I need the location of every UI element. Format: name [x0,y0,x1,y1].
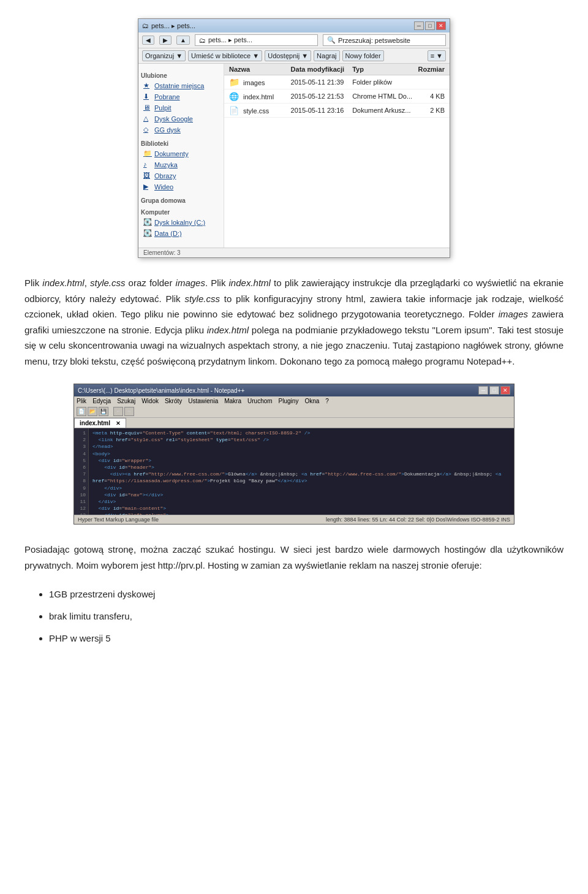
notepad-close[interactable]: ✕ [500,386,510,395]
article-paragraph-1: Plik index.html, style.css oraz folder i… [24,275,564,369]
maximize-button[interactable]: □ [425,21,435,30]
sidebar-item-downloads[interactable]: ⬇ Pobrane [141,91,221,102]
menu-uruchom[interactable]: Uruchom [247,398,273,404]
sidebar-item-video[interactable]: ▶ Wideo [141,181,221,192]
file-type: Chrome HTML Do... [352,93,414,100]
sidebar-item-label: Dysk Google [154,115,193,123]
desktop-icon: 🖥 [143,104,152,112]
sidebar-section-libraries: Biblioteki [141,140,221,147]
sidebar-item-desktop[interactable]: 🖥 Pulpit [141,102,221,113]
code-area[interactable]: <meta http-equiv="Content-Type" content=… [89,428,514,519]
notepad-statusbar: Hyper Text Markup Language file length: … [74,515,514,524]
sidebar-item-label: Muzyka [154,161,178,169]
sidebar-item-gg[interactable]: ◇ GG dysk [141,124,221,135]
searchbar[interactable]: 🔍 Przeszukaj: petswebsite [323,34,446,46]
music-icon: ♪ [143,161,152,169]
images-icon: 🖼 [143,172,152,180]
sidebar-item-label: Obrazy [154,172,176,180]
statusbar-left: Hyper Text Markup Language file [78,517,159,523]
col-header-type[interactable]: Typ [352,66,414,73]
menu-makra[interactable]: Makra [224,398,241,404]
sidebar-item-gdrive[interactable]: △ Dysk Google [141,113,221,124]
col-header-name[interactable]: Nazwa [229,66,291,73]
notepad-tabs: index.html ✕ [74,418,514,428]
sidebar-item-c-drive[interactable]: 💽 Dysk lokalny (C:) [141,217,221,228]
toolbar-save[interactable]: 💾 [99,407,108,416]
toolbar-newfolder[interactable]: Nowy folder [342,50,384,61]
minimize-button[interactable]: ─ [414,21,424,30]
notepad-tab-indexhtml[interactable]: index.html ✕ [74,418,126,428]
menu-szukaj[interactable]: Szukaj [117,398,135,404]
file-name: 📄 style.css [229,106,291,115]
explorer-titlebar: 🗂 pets... ▸ pets... ─ □ ✕ [138,19,450,32]
toolbar-new[interactable]: 📄 [77,407,86,416]
file-row-images[interactable]: 📁 images 2015-05-11 21:39 Folder plików [224,75,450,89]
file-row-indexhtml[interactable]: 🌐 index.html 2015-05-12 21:53 Chrome HTM… [224,89,450,104]
sidebar-item-images[interactable]: 🖼 Obrazy [141,170,221,181]
nav-up-button[interactable]: ▲ [176,36,190,45]
toolbar-share[interactable]: Udostępnij ▼ [265,50,311,61]
notepad-title-text: C:\Users\(...) Desktop\petsite\animals\i… [78,387,244,394]
menu-okna[interactable]: Okna [304,398,319,404]
titlebar-left: 🗂 pets... ▸ pets... [142,22,195,30]
menu-plik[interactable]: Plik [77,398,86,404]
col-header-date[interactable]: Data modyfikacji [291,66,353,73]
addressbar[interactable]: 🗂 pets... ▸ pets... [195,34,318,46]
tab-close-icon[interactable]: ✕ [116,420,121,426]
notepad-menubar: Plik Edycja Szukaj Widok Skróty Ustawien… [74,396,514,406]
menu-edycja[interactable]: Edycja [92,398,111,404]
menu-skroty[interactable]: Skróty [165,398,182,404]
toolbar-undo[interactable]: ↩ [113,407,123,416]
sidebar-item-recent[interactable]: ★ Ostatnie miejsca [141,80,221,91]
em-indexhtml-3: index.html [207,325,249,335]
sidebar-item-documents[interactable]: 📁 Dokumenty [141,148,221,159]
menu-ustawienia[interactable]: Ustawienia [188,398,218,404]
em-indexhtml-2: index.html [229,278,271,288]
d-drive-icon: 💽 [143,229,152,238]
notepad-toolbar: 📄 📂 💾 ↩ ↪ [74,406,514,418]
menu-pluginy[interactable]: Pluginy [279,398,299,404]
toolbar-redo[interactable]: ↪ [124,407,134,416]
file-row-stylecss[interactable]: 📄 style.css 2015-05-11 23:16 Dokument Ar… [224,104,450,118]
list-item-text-2: brak limitu transferu, [49,611,132,621]
sidebar-section-favorites: Ulubione [141,72,221,79]
em-stylecss: style.css [90,278,126,288]
sidebar-item-label: GG dysk [154,126,181,134]
explorer-screenshot: 🗂 pets... ▸ pets... ─ □ ✕ ◀ ▶ ▲ 🗂 pets..… [24,18,564,258]
column-header: Nazwa Data modyfikacji Typ Rozmiar [224,64,450,75]
text-plik: Plik [24,278,42,288]
sidebar-item-label: Data (D:) [154,230,182,237]
nav-forward-button[interactable]: ▶ [159,36,172,45]
view-toggle[interactable]: ≡ ▼ [428,50,446,61]
toolbar-record[interactable]: Nagraj [314,50,339,61]
searchbar-text: Przeszukaj: petswebsite [338,37,410,44]
close-button[interactable]: ✕ [436,21,446,30]
video-icon: ▶ [143,183,152,191]
toolbar-library[interactable]: Umieść w bibliotece ▼ [188,50,262,61]
css-icon: 📄 [229,106,239,115]
notepad-minimize[interactable]: ─ [478,386,488,395]
menu-widok[interactable]: Widok [141,398,159,404]
list-item-2: brak limitu transferu, [49,607,564,626]
toolbar-open[interactable]: 📂 [88,407,97,416]
nav-back-button[interactable]: ◀ [142,36,154,45]
notepad-maximize[interactable]: □ [489,386,499,395]
titlebar-text: pets... ▸ pets... [151,22,195,30]
explorer-window: 🗂 pets... ▸ pets... ─ □ ✕ ◀ ▶ ▲ 🗂 pets..… [138,18,450,258]
notepad-editor[interactable]: 123456789101112131415 161718192021222324… [74,428,514,519]
sidebar-item-label: Pobrane [154,93,180,100]
addressbar-text: pets... ▸ pets... [208,36,252,44]
menu-help[interactable]: ? [325,398,329,404]
col-header-size[interactable]: Rozmiar [414,66,445,73]
toolbar-organize[interactable]: Organizuj ▼ [142,50,186,61]
file-type: Dokument Arkusz... [352,107,414,114]
sidebar-item-music[interactable]: ♪ Muzyka [141,159,221,170]
file-size: 2 KB [414,107,445,114]
folder-icon: 📁 [229,78,239,86]
bullet-list: 1GB przestrzeni dyskowej brak limitu tra… [49,585,564,648]
sidebar-item-label: Dokumenty [154,150,189,157]
list-item-text-1: 1GB przestrzeni dyskowej [49,589,155,599]
explorer-main: Nazwa Data modyfikacji Typ Rozmiar 📁 ima… [224,64,450,248]
sidebar-item-d-drive[interactable]: 💽 Data (D:) [141,228,221,239]
explorer-statusbar: Elementów: 3 [138,248,450,257]
